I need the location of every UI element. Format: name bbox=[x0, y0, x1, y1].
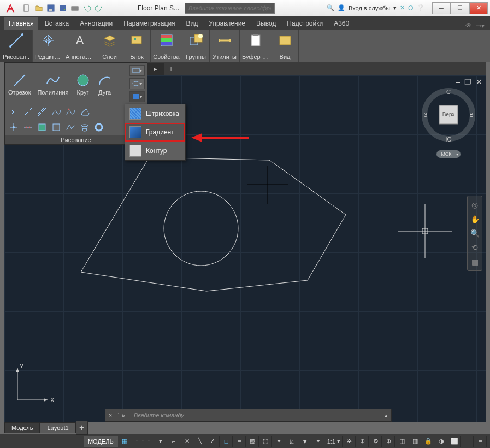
sb-annoscale-label[interactable]: 1:1 ▾ bbox=[326, 436, 343, 447]
sb-dynucs-icon[interactable]: ⟀ bbox=[286, 436, 298, 447]
flyout-boundary[interactable]: Контур bbox=[125, 142, 185, 160]
tool-region-icon[interactable] bbox=[37, 122, 48, 133]
tool-divide-icon[interactable] bbox=[22, 122, 33, 133]
sb-quickprops-icon[interactable]: ▥ bbox=[409, 436, 421, 447]
file-tab-start[interactable]: ▸ bbox=[147, 63, 164, 75]
panel-modify[interactable]: Редакти... bbox=[33, 30, 63, 62]
tool-spline-icon[interactable] bbox=[51, 107, 62, 117]
sb-cycling-icon[interactable]: ⬚ bbox=[260, 436, 272, 447]
qat-undo-icon[interactable] bbox=[81, 2, 93, 14]
a360-icon[interactable]: ⬡ bbox=[408, 4, 414, 11]
panel-view[interactable]: Вид bbox=[271, 30, 299, 62]
nav-orbit-icon[interactable]: ⟲ bbox=[469, 242, 480, 253]
sb-polar-icon[interactable]: ✕ bbox=[181, 436, 193, 447]
layout-tab-model[interactable]: Модель bbox=[4, 422, 40, 433]
sb-model-button[interactable]: МОДЕЛЬ bbox=[84, 436, 118, 447]
tool-point-icon[interactable] bbox=[8, 122, 19, 133]
ribbon-featured-icon[interactable]: 👁 bbox=[465, 22, 472, 30]
tool-revcloud-icon[interactable] bbox=[79, 107, 90, 117]
infocenter-search-input[interactable] bbox=[185, 3, 275, 14]
panel-properties[interactable]: Свойства bbox=[151, 30, 182, 62]
nav-showmotion-icon[interactable]: ▦ bbox=[469, 256, 480, 267]
command-line[interactable]: × ⋮ ▹_ Введите команду ▴ bbox=[105, 409, 392, 422]
tab-view[interactable]: Вид bbox=[182, 17, 203, 30]
panel-layers[interactable]: Слои bbox=[96, 30, 123, 62]
sb-gizmo-icon[interactable]: ✦ bbox=[312, 436, 324, 447]
flyout-gradient[interactable]: Градиент bbox=[125, 123, 185, 142]
qat-redo-icon[interactable] bbox=[93, 2, 105, 14]
flyout-hatch[interactable]: Штриховка bbox=[125, 104, 185, 123]
panel-clipboard[interactable]: Буфер о... bbox=[240, 30, 271, 62]
cmdline-grip-icon[interactable]: ⋮ bbox=[115, 412, 120, 419]
window-close-button[interactable]: ✕ bbox=[469, 2, 488, 14]
window-maximize-button[interactable]: ☐ bbox=[451, 2, 469, 14]
nav-zoom-icon[interactable]: 🔍 bbox=[469, 228, 480, 239]
sb-hardware-icon[interactable]: ⬜ bbox=[448, 436, 461, 447]
sb-lockui-icon[interactable]: 🔒 bbox=[422, 436, 434, 447]
tool-rectangle-flyout[interactable]: ▾ bbox=[129, 65, 145, 76]
sb-workspace-icon[interactable]: ⚙ bbox=[370, 436, 382, 447]
tool-line[interactable]: Отрезок bbox=[5, 70, 34, 97]
panel-annotate[interactable]: A Аннотац... bbox=[63, 30, 96, 62]
qat-new-icon[interactable] bbox=[21, 2, 33, 14]
tool-hatch-flyout[interactable]: ▾ bbox=[129, 91, 145, 102]
panel-draw[interactable]: Рисован.. bbox=[0, 30, 33, 62]
sb-customize-icon[interactable]: ≡ bbox=[475, 436, 487, 447]
tool-polyline[interactable]: Полилиния bbox=[34, 70, 72, 97]
doc-close-icon[interactable]: ✕ bbox=[476, 78, 482, 86]
sb-annotation-monitor-icon[interactable]: ⊕ bbox=[383, 436, 395, 447]
sb-transparency-icon[interactable]: ▨ bbox=[247, 436, 259, 447]
sb-osnap-icon[interactable]: □ bbox=[221, 436, 233, 447]
help-icon[interactable]: ❔ bbox=[417, 4, 424, 11]
cmdline-input[interactable]: Введите команду bbox=[132, 412, 381, 418]
tab-home[interactable]: Главная bbox=[4, 17, 38, 30]
sb-isolate-icon[interactable]: ◑ bbox=[435, 436, 447, 447]
sb-isodraft-icon[interactable]: ╲ bbox=[194, 436, 206, 447]
tab-insert[interactable]: Вставка bbox=[40, 17, 74, 30]
qat-plot-icon[interactable] bbox=[69, 2, 81, 14]
viewcube[interactable]: Верх С Ю В З МСК ▾ bbox=[421, 87, 476, 158]
sb-snap-icon[interactable]: ⋮⋮⋮ bbox=[132, 436, 154, 447]
qat-save-icon[interactable] bbox=[45, 2, 57, 14]
file-tab-new[interactable]: + bbox=[164, 63, 178, 75]
sb-3dosnap-icon[interactable]: ✦ bbox=[273, 436, 285, 447]
tool-donut-icon[interactable] bbox=[93, 122, 104, 133]
tool-arc[interactable]: Дуга bbox=[94, 70, 116, 97]
infocenter-search-icon[interactable]: 🔍 bbox=[327, 4, 334, 11]
layout-tab-layout1[interactable]: Layout1 bbox=[40, 422, 75, 433]
tool-wipeout-icon[interactable] bbox=[51, 122, 62, 133]
qat-open-icon[interactable] bbox=[33, 2, 45, 14]
exchange-icon[interactable]: ✕ bbox=[400, 4, 405, 11]
cmdline-recent-icon[interactable]: ▴ bbox=[381, 412, 391, 419]
nav-pan-icon[interactable]: ✋ bbox=[469, 214, 480, 225]
tool-spline-cv-icon[interactable] bbox=[65, 107, 76, 117]
tab-a360[interactable]: A360 bbox=[329, 17, 353, 30]
tab-parametric[interactable]: Параметризация bbox=[119, 17, 179, 30]
ribbon-expand-icon[interactable]: ▭▾ bbox=[475, 22, 485, 30]
doc-minimize-icon[interactable]: – bbox=[456, 78, 460, 86]
qat-saveas-icon[interactable] bbox=[57, 2, 69, 14]
tab-manage[interactable]: Управление bbox=[204, 17, 250, 30]
layout-tab-new[interactable]: + bbox=[76, 421, 88, 435]
sb-cleanscreen-icon[interactable]: ⛶ bbox=[462, 436, 474, 447]
sb-annovisibility-icon[interactable]: ✲ bbox=[344, 436, 356, 447]
tab-annotate[interactable]: Аннотации bbox=[75, 17, 117, 30]
doc-restore-icon[interactable]: ❐ bbox=[464, 78, 471, 86]
panel-groups[interactable]: Группы bbox=[182, 30, 210, 62]
panel-block[interactable]: Блок bbox=[123, 30, 151, 62]
tab-output[interactable]: Вывод bbox=[252, 17, 280, 30]
app-menu-button[interactable] bbox=[0, 0, 21, 16]
signin-icon[interactable]: 👤 bbox=[338, 4, 345, 11]
sb-snap-dropdown[interactable]: ▾ bbox=[155, 436, 167, 447]
signin-dropdown-icon[interactable]: ▾ bbox=[393, 4, 397, 11]
tool-circle[interactable]: Круг bbox=[72, 70, 94, 97]
sb-units-icon[interactable]: ◫ bbox=[396, 436, 408, 447]
sb-autoscale-icon[interactable]: ⊕ bbox=[357, 436, 369, 447]
sb-lineweight-icon[interactable]: ≡ bbox=[234, 436, 246, 447]
tool-ray-icon[interactable] bbox=[22, 107, 33, 117]
panel-utilities[interactable]: Утилиты bbox=[210, 30, 240, 62]
tool-helix-icon[interactable] bbox=[79, 122, 90, 133]
sb-grid-icon[interactable]: ▦ bbox=[119, 436, 131, 447]
tool-3dpoly-icon[interactable] bbox=[65, 122, 76, 133]
tool-ellipse-flyout[interactable]: ▾ bbox=[129, 78, 145, 89]
